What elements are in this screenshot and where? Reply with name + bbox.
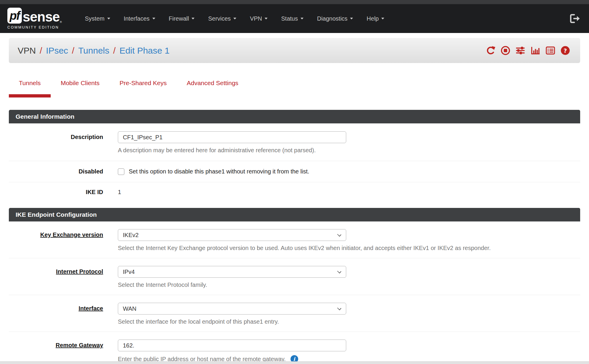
interface-label: Interface — [9, 303, 103, 325]
sliders-icon[interactable] — [515, 46, 525, 55]
registered-mark: ® — [60, 21, 62, 24]
key-exchange-version-select[interactable]: IKEv2 — [118, 229, 346, 241]
row-disabled: Disabled Set this option to disable this… — [9, 161, 580, 182]
key-exchange-version-help: Select the Internet Key Exchange protoco… — [118, 245, 580, 252]
chevron-down-icon — [192, 18, 194, 19]
breadcrumb-bar: VPN / IPsec / Tunnels / Edit Phase 1 — [9, 38, 580, 63]
chevron-down-icon — [265, 18, 268, 19]
menu-diagnostics[interactable]: Diagnostics — [310, 15, 360, 22]
log-list-icon[interactable] — [545, 46, 555, 55]
breadcrumb-vpn: VPN — [18, 46, 36, 56]
row-internet-protocol: Internet Protocol IPv4 Select the Intern… — [9, 258, 580, 295]
menu-firewall[interactable]: Firewall — [162, 15, 202, 22]
description-label: Description — [9, 131, 103, 154]
main-menu: System Interfaces Firewall Services VPN … — [78, 15, 391, 22]
chevron-down-icon — [337, 306, 341, 310]
menu-system[interactable]: System — [78, 15, 117, 22]
disabled-checkbox-text: Set this option to disable this phase1 w… — [129, 168, 309, 175]
row-interface: Interface WAN Select the interface for t… — [9, 295, 580, 332]
next-row-divider — [0, 361, 589, 364]
internet-protocol-label: Internet Protocol — [9, 266, 103, 288]
menu-services[interactable]: Services — [201, 15, 243, 22]
internet-protocol-select[interactable]: IPv4 — [118, 266, 346, 278]
section-title: IKE Endpoint Configuration — [9, 208, 580, 221]
section-title: General Information — [9, 110, 580, 123]
logo-subtitle: COMMUNITY EDITION — [7, 25, 62, 29]
interface-select[interactable]: WAN — [118, 303, 346, 315]
tab-tunnels[interactable]: Tunnels — [9, 80, 51, 97]
ike-id-label: IKE ID — [9, 189, 103, 196]
bar-chart-icon[interactable] — [530, 46, 540, 55]
logo-wordmark: sense — [23, 10, 60, 24]
description-help: A description may be entered here for ad… — [118, 147, 580, 154]
row-remote-gateway: Remote Gateway Enter the public IP addre… — [9, 332, 580, 364]
pfsense-logo[interactable]: pf sense ® COMMUNITY EDITION — [7, 8, 62, 29]
breadcrumb-tunnels-link[interactable]: Tunnels — [78, 46, 109, 56]
remote-gateway-label: Remote Gateway — [9, 340, 103, 363]
stop-icon[interactable] — [501, 46, 510, 55]
tab-bar: Tunnels Mobile Clients Pre-Shared Keys A… — [9, 80, 580, 97]
key-exchange-version-label: Key Exchange version — [9, 229, 103, 252]
chevron-down-icon — [337, 232, 341, 236]
interface-help: Select the interface for the local endpo… — [118, 318, 580, 325]
tab-mobile-clients[interactable]: Mobile Clients — [51, 80, 110, 97]
svg-text:?: ? — [564, 47, 567, 54]
description-input[interactable] — [118, 131, 346, 143]
chevron-down-icon — [381, 18, 384, 19]
menu-interfaces[interactable]: Interfaces — [117, 15, 162, 22]
menu-vpn[interactable]: VPN — [243, 15, 274, 22]
disabled-label: Disabled — [9, 168, 103, 175]
breadcrumb: VPN / IPsec / Tunnels / Edit Phase 1 — [18, 46, 170, 56]
disabled-checkbox[interactable] — [118, 168, 124, 175]
section-ike-endpoint-configuration: IKE Endpoint Configuration Key Exchange … — [9, 208, 580, 364]
breadcrumb-edit-phase1[interactable]: Edit Phase 1 — [119, 46, 169, 56]
breadcrumb-ipsec-link[interactable]: IPsec — [46, 46, 68, 56]
chevron-down-icon — [152, 18, 155, 19]
chevron-down-icon — [337, 269, 341, 273]
chevron-down-icon — [233, 18, 236, 19]
chevron-down-icon — [107, 18, 110, 19]
window-top-strip — [0, 0, 589, 4]
ike-id-value: 1 — [118, 189, 580, 196]
row-description: Description A description may be entered… — [9, 123, 580, 161]
pf-logo-badge: pf — [7, 8, 22, 24]
help-icon[interactable]: ? — [560, 46, 570, 55]
row-ike-id: IKE ID 1 — [9, 182, 580, 202]
remote-gateway-input[interactable] — [118, 340, 346, 351]
menu-status[interactable]: Status — [274, 15, 310, 22]
menu-help[interactable]: Help — [360, 15, 391, 22]
refresh-icon[interactable] — [486, 46, 496, 55]
page-action-icons: ? — [486, 46, 570, 55]
tab-pre-shared-keys[interactable]: Pre-Shared Keys — [110, 80, 177, 97]
internet-protocol-help: Select the Internet Protocol family. — [118, 282, 580, 288]
chevron-down-icon — [350, 18, 353, 19]
row-key-exchange-version: Key Exchange version IKEv2 Select the In… — [9, 221, 580, 258]
sign-out-icon[interactable] — [570, 14, 580, 24]
chevron-down-icon — [301, 18, 303, 19]
top-navbar: pf sense ® COMMUNITY EDITION System Inte… — [0, 4, 589, 33]
tab-advanced-settings[interactable]: Advanced Settings — [177, 80, 248, 97]
section-general-information: General Information Description A descri… — [9, 110, 580, 202]
